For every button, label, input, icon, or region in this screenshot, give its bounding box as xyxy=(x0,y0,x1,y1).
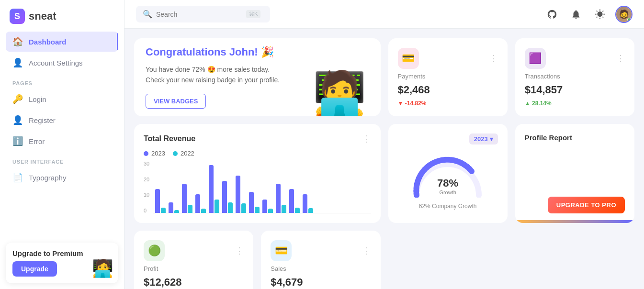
bar-2022 xyxy=(228,202,233,213)
sidebar-nav: 🏠 Dashboard 👤 Account Settings PAGES 🔑 L… xyxy=(0,32,124,237)
legend-dot-2023 xyxy=(144,151,148,156)
y-axis: 30 20 10 0 xyxy=(144,161,151,213)
growth-gauge: 78% Growth xyxy=(409,152,486,200)
growth-card: 2023 ▾ 78% Growth 62% Company Growth xyxy=(388,124,508,223)
profit-label: Profit xyxy=(144,265,244,272)
chevron-down-icon: ▾ xyxy=(490,135,493,143)
sales-card: 💳 ⋮ Sales $4,679 ▲ 28.42% xyxy=(261,231,380,289)
profit-card: 🟢 ⋮ Profit $12,628 ▲ 72.8% xyxy=(134,231,253,289)
transactions-icon: 🟪 xyxy=(529,52,542,65)
sidebar-item-label: Register xyxy=(29,116,56,124)
bar-2023 xyxy=(262,200,267,213)
legend-2022: 2022 xyxy=(173,150,194,157)
profit-menu-dots[interactable]: ⋮ xyxy=(235,245,244,256)
congrats-card: Congratulations John! 🎉 You have done 72… xyxy=(134,38,381,116)
bar-2022 xyxy=(241,203,246,213)
transactions-menu-dots[interactable]: ⋮ xyxy=(616,53,625,64)
transactions-card: 🟪 ⋮ Transactions $14,857 ▲ 28.14% xyxy=(515,38,634,116)
search-shortcut: ⌘K xyxy=(246,10,260,18)
bar-2023 xyxy=(209,165,214,213)
online-status-dot xyxy=(627,18,631,22)
sidebar-item-account-settings[interactable]: 👤 Account Settings xyxy=(6,53,118,73)
pages-section-label: PAGES xyxy=(6,74,118,89)
congrats-text: Congratulations John! 🎉 You have done 72… xyxy=(146,46,280,109)
upgrade-pro-button[interactable]: UPGRADE TO PRO xyxy=(548,197,625,213)
revenue-title: Total Revenue xyxy=(144,134,195,143)
revenue-legend: 2023 2022 xyxy=(144,150,371,157)
congrats-title: Congratulations John! 🎉 xyxy=(146,46,280,58)
bar-2022 xyxy=(215,200,219,213)
logo: S sneat xyxy=(0,0,124,32)
bar-group xyxy=(182,184,192,213)
profit-icon-wrap: 🟢 xyxy=(144,240,165,261)
payments-icon: 💳 xyxy=(402,52,415,65)
avatar[interactable]: 🧔 xyxy=(615,6,633,23)
search-icon: 🔍 xyxy=(143,10,152,19)
profit-value: $12,628 xyxy=(144,276,244,289)
view-badges-button[interactable]: VIEW BADGES xyxy=(146,94,206,109)
growth-footer: 62% Company Growth xyxy=(419,203,477,210)
github-icon[interactable] xyxy=(543,6,561,23)
sidebar-item-label: Account Settings xyxy=(29,59,83,67)
profile-bar xyxy=(515,220,634,223)
legend-dot-2022 xyxy=(173,151,178,156)
bar-2023 xyxy=(303,194,307,213)
bar-2023 xyxy=(236,176,240,213)
typography-icon: 📄 xyxy=(12,172,23,183)
trend-up-icon: ▲ xyxy=(525,100,531,107)
year-selector[interactable]: 2023 ▾ xyxy=(469,133,498,144)
sidebar-item-typography[interactable]: 📄 Typography xyxy=(6,167,118,188)
bar-group xyxy=(169,202,179,213)
search-input[interactable] xyxy=(156,11,242,18)
sales-menu-dots[interactable]: ⋮ xyxy=(362,245,371,256)
bar-2022 xyxy=(201,209,206,213)
topbar: 🔍 ⌘K 🧔 xyxy=(124,0,644,29)
topbar-actions: 🧔 xyxy=(543,6,633,23)
bar-2023 xyxy=(249,192,254,213)
payments-card-header: 💳 ⋮ xyxy=(398,48,498,69)
bar-2023 xyxy=(289,189,294,213)
bar-group xyxy=(209,165,219,213)
bar-2022 xyxy=(282,205,286,213)
transactions-card-header: 🟪 ⋮ xyxy=(525,48,625,69)
dashboard-grid: Congratulations John! 🎉 You have done 72… xyxy=(124,29,644,289)
error-icon: ℹ️ xyxy=(12,136,23,146)
logo-text: sneat xyxy=(29,10,56,22)
bar-group xyxy=(262,200,273,213)
notification-icon[interactable] xyxy=(567,6,585,23)
bar-group xyxy=(289,189,300,213)
revenue-menu-dots[interactable]: ⋮ xyxy=(362,133,371,144)
sidebar-item-label: Error xyxy=(29,137,45,145)
sidebar-item-dashboard[interactable]: 🏠 Dashboard xyxy=(6,32,118,52)
upgrade-figure: 🧑‍💻 xyxy=(92,258,113,278)
gauge-text: 78% Growth xyxy=(437,177,458,195)
profile-report-card: Profile Report UPGRADE TO PRO xyxy=(515,124,634,223)
sidebar-item-register[interactable]: 👤 Register xyxy=(6,110,118,130)
bar-2022 xyxy=(268,209,273,213)
sales-icon-wrap: 💳 xyxy=(271,240,292,261)
sidebar-item-label: Login xyxy=(29,95,46,103)
congrats-illustration: 🧑‍💻 xyxy=(313,68,366,116)
bar-group xyxy=(303,194,313,213)
bar-group xyxy=(249,192,260,213)
sidebar-item-login[interactable]: 🔑 Login xyxy=(6,89,118,109)
bar-2023 xyxy=(276,184,281,213)
bar-group xyxy=(222,181,233,213)
transactions-label: Transactions xyxy=(525,73,625,80)
sidebar-item-label: Typography xyxy=(29,174,66,182)
congrats-body: You have done 72% 😍 more sales today. Ch… xyxy=(146,64,280,86)
search-bar[interactable]: 🔍 ⌘K xyxy=(136,6,270,22)
revenue-bar-chart xyxy=(153,161,371,213)
bar-2023 xyxy=(182,184,187,213)
upgrade-button[interactable]: Upgrade xyxy=(12,261,57,277)
theme-icon[interactable] xyxy=(591,6,609,23)
bar-group xyxy=(236,176,246,213)
revenue-card: Total Revenue ⋮ 2023 2022 30 20 10 0 xyxy=(134,124,381,223)
sales-card-header: 💳 ⋮ xyxy=(271,240,371,261)
upgrade-title: Upgrade to Premium xyxy=(12,249,83,257)
payments-value: $2,468 xyxy=(398,84,498,96)
login-icon: 🔑 xyxy=(12,94,23,104)
sidebar-item-error[interactable]: ℹ️ Error xyxy=(6,131,118,151)
upgrade-premium-box: Upgrade to Premium Upgrade 🧑‍💻 xyxy=(6,243,118,283)
payments-menu-dots[interactable]: ⋮ xyxy=(489,53,498,64)
